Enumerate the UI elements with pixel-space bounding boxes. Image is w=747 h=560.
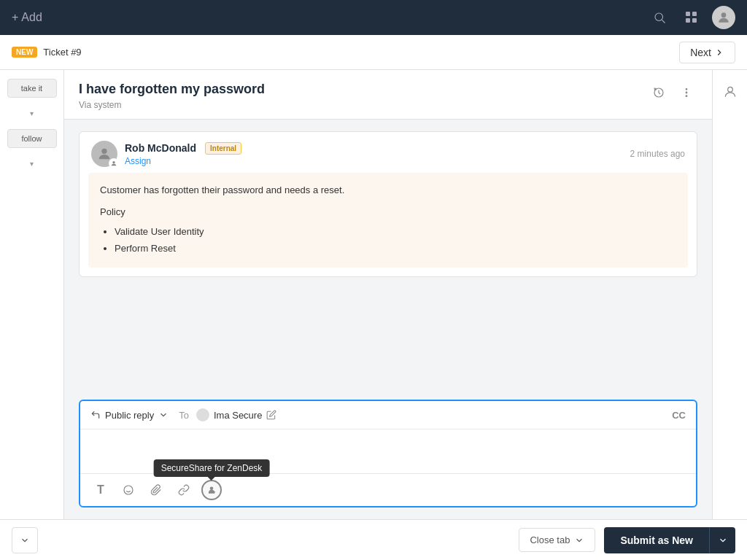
svg-point-2 [721,12,727,18]
new-status-badge: NEW [12,47,37,58]
reply-toolbar: Public reply To Ima Secure CC [80,401,696,429]
policy-heading: Policy [100,205,676,219]
ticket-area: I have forgotten my password Via system [64,70,712,519]
main-area: take it ▾ follow ▾ I have forgotten my p… [0,70,747,519]
message-block: Rob McDonald Internal Assign 2 minutes a… [79,131,697,277]
svg-point-5 [686,92,687,93]
user-avatar[interactable] [712,6,735,29]
tab-bar: NEW Ticket #9 Next [0,35,747,70]
recipient-name: Ima Secure [214,410,262,421]
next-button[interactable]: Next [679,42,735,63]
take-it-chevron[interactable]: ▾ [30,109,34,117]
message-text: Customer has forgotten their password an… [100,183,676,198]
secureshare-button[interactable]: SecureShare for ZenDesk [201,480,222,500]
sidebar: take it ▾ follow ▾ [0,70,64,519]
attachment-icon[interactable] [146,480,166,500]
message-author: Rob McDonald Internal Assign [91,141,241,167]
follow-button[interactable]: follow [7,129,57,148]
svg-point-9 [124,486,133,494]
submit-dropdown-button[interactable] [709,527,735,553]
recipient-avatar [196,408,209,421]
policy-item-2: Perform Reset [115,240,676,257]
follow-chevron[interactable]: ▾ [30,160,34,168]
avatar-badge [109,158,119,168]
history-icon[interactable] [648,82,670,104]
svg-point-4 [686,89,687,90]
link-icon[interactable] [174,480,194,500]
internal-badge: Internal [205,142,241,155]
reply-actions: T SecureShare for ZenDesk [80,473,696,506]
submit-as-new-button[interactable]: Submit as New [604,527,709,553]
bottom-bar: Close tab Submit as New [0,519,747,560]
submit-group: Submit as New [604,527,735,553]
message-time: 2 minutes ago [630,149,685,159]
cc-button[interactable]: CC [672,410,686,421]
reply-mode-label: Public reply [105,410,154,421]
recipient: Ima Secure [196,408,276,421]
user-panel-icon[interactable] [717,79,743,105]
ticket-via: Via system [79,100,265,110]
more-options-icon[interactable] [676,82,697,104]
svg-point-6 [686,96,687,97]
emoji-icon[interactable] [118,480,139,500]
svg-point-8 [112,161,115,163]
right-panel [712,70,747,519]
search-icon[interactable] [648,6,671,29]
assign-link[interactable]: Assign [125,156,241,166]
expand-button[interactable] [12,527,38,553]
ticket-tab[interactable]: Ticket #9 [43,47,81,58]
ticket-title: I have forgotten my password [79,82,265,97]
top-nav: + Add [0,0,747,35]
author-name: Rob McDonald [125,142,196,154]
conversation: Rob McDonald Internal Assign 2 minutes a… [64,120,712,400]
ticket-header-icons [648,82,697,104]
reply-area: Public reply To Ima Secure CC T [79,400,697,508]
svg-point-7 [101,149,107,154]
apps-grid-icon[interactable] [680,6,703,29]
svg-point-0 [655,13,663,21]
svg-line-1 [662,20,665,23]
ticket-header: I have forgotten my password Via system [64,70,712,120]
author-avatar [91,141,117,167]
svg-point-12 [210,487,213,490]
policy-item-1: Validate User Identity [115,223,676,240]
edit-recipient-icon[interactable] [266,410,276,420]
take-it-button[interactable]: take it [7,79,57,98]
secureshare-tooltip: SecureShare for ZenDesk [154,459,270,477]
reply-to-label: To [179,410,189,421]
text-format-icon[interactable]: T [90,480,111,500]
svg-point-15 [727,87,732,92]
message-header: Rob McDonald Internal Assign 2 minutes a… [80,132,697,173]
reply-mode-button[interactable]: Public reply [90,410,169,421]
message-body: Customer has forgotten their password an… [88,173,688,268]
policy-list: Validate User Identity Perform Reset [100,223,676,257]
add-button[interactable]: + Add [12,11,42,24]
close-tab-button[interactable]: Close tab [519,528,595,552]
